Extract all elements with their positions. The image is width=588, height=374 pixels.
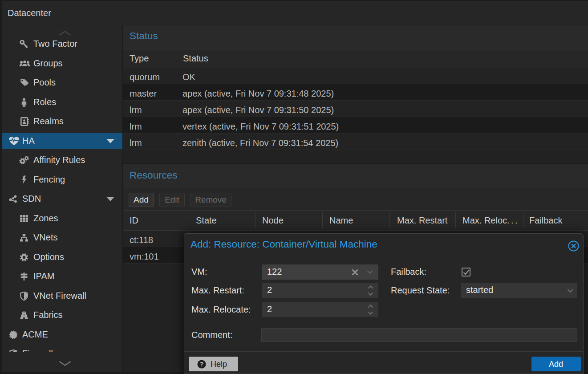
svg-text:?: ? [200, 361, 204, 368]
